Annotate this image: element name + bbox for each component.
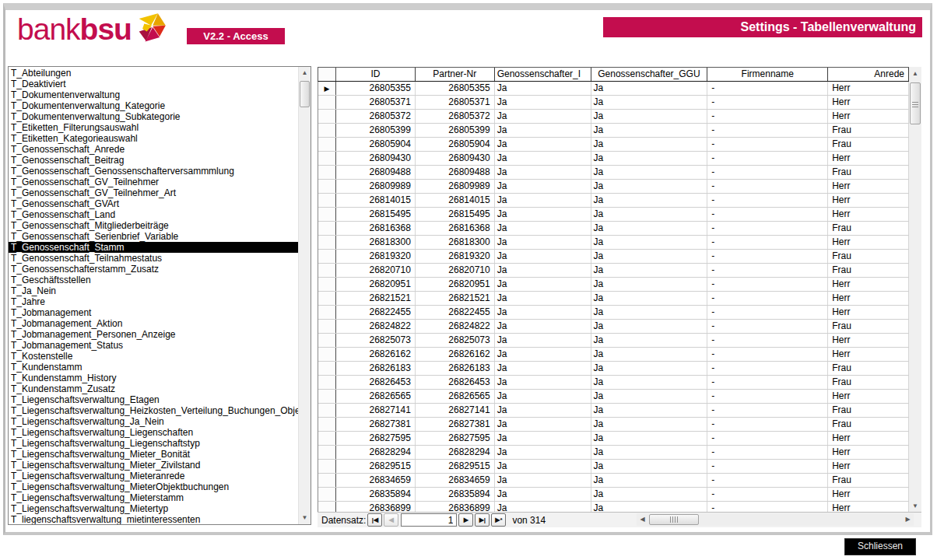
grid-cell[interactable]: -: [707, 110, 828, 123]
grid-cell[interactable]: 26828294: [416, 446, 495, 459]
table-list-item[interactable]: T_Dokumentenverwaltung_Subkategorie: [9, 111, 298, 122]
grid-cell[interactable]: Ja: [591, 124, 708, 137]
column-header[interactable]: Anrede: [828, 68, 909, 81]
grid-cell[interactable]: Ja: [495, 124, 591, 137]
table-list-item[interactable]: T_Genossenschaft_Stamm: [9, 242, 298, 253]
record-selector[interactable]: [318, 292, 336, 305]
grid-cell[interactable]: Ja: [495, 376, 591, 389]
grid-cell[interactable]: 26835894: [336, 488, 416, 501]
record-selector[interactable]: [318, 110, 336, 123]
table-list-item[interactable]: T_liegenschaftsverwaltung_mietinteressen…: [9, 514, 298, 524]
table-list-item[interactable]: T_Abteilungen: [9, 68, 298, 79]
grid-cell[interactable]: -: [707, 138, 828, 151]
grid-cell[interactable]: Ja: [591, 334, 708, 347]
grid-cell[interactable]: Frau: [828, 320, 909, 333]
grid-cell[interactable]: Herr: [828, 194, 909, 207]
record-selector[interactable]: [318, 166, 336, 179]
grid-cell[interactable]: 26821521: [416, 292, 495, 305]
table-list-item[interactable]: T_Kostenstelle: [9, 351, 298, 362]
table-list-item[interactable]: T_Genossenschaft_Beitrag: [9, 155, 298, 166]
grid-cell[interactable]: Ja: [495, 292, 591, 305]
record-selector[interactable]: [318, 348, 336, 361]
record-selector[interactable]: [318, 418, 336, 431]
grid-cell[interactable]: 26819320: [416, 250, 495, 263]
grid-cell[interactable]: Ja: [495, 138, 591, 151]
grid-cell[interactable]: Herr: [828, 502, 909, 513]
table-list-item[interactable]: T_Kundenstamm_Zusatz: [9, 383, 298, 394]
table-list-item[interactable]: T_Jobmanagement_Aktion: [9, 318, 298, 329]
grid-cell[interactable]: Herr: [828, 306, 909, 319]
grid-cell[interactable]: Frau: [828, 404, 909, 417]
grid-cell[interactable]: Ja: [495, 418, 591, 431]
record-selector[interactable]: [318, 222, 336, 235]
scroll-up-icon[interactable]: ▲: [299, 67, 311, 79]
grid-cell[interactable]: 26805372: [336, 110, 416, 123]
record-selector[interactable]: [318, 124, 336, 137]
grid-cell[interactable]: Frau: [828, 418, 909, 431]
grid-cell[interactable]: 26805399: [416, 124, 495, 137]
grid-cell[interactable]: 26809989: [336, 180, 416, 193]
grid-cell[interactable]: Ja: [495, 502, 591, 513]
grid-cell[interactable]: Frau: [828, 376, 909, 389]
table-list-item[interactable]: T_Genossenschaft_Genossenschafterversamm…: [9, 166, 298, 177]
grid-cell[interactable]: 26819320: [336, 250, 416, 263]
hscrollbar-thumb[interactable]: [649, 514, 699, 525]
grid-cell[interactable]: Ja: [591, 502, 708, 513]
grid-cell[interactable]: -: [707, 334, 828, 347]
table-list-item[interactable]: T_Liegenschaftsverwaltung_MieterObjektbu…: [9, 481, 298, 492]
grid-cell[interactable]: Ja: [495, 320, 591, 333]
grid-cell[interactable]: 26827141: [336, 404, 416, 417]
table-list-item[interactable]: T_Jobmanagement: [9, 307, 298, 318]
column-header[interactable]: Firmenname: [707, 68, 828, 81]
grid-cell[interactable]: -: [707, 446, 828, 459]
grid-cell[interactable]: -: [707, 194, 828, 207]
grid-cell[interactable]: 26805355: [336, 82, 416, 95]
grid-cell[interactable]: -: [707, 250, 828, 263]
grid-cell[interactable]: -: [707, 306, 828, 319]
column-header[interactable]: Partner-Nr: [416, 68, 495, 81]
grid-cell[interactable]: 26805904: [416, 138, 495, 151]
grid-cell[interactable]: 26805355: [416, 82, 495, 95]
grid-cell[interactable]: Ja: [495, 236, 591, 249]
record-selector[interactable]: [318, 236, 336, 249]
grid-cell[interactable]: Herr: [828, 152, 909, 165]
grid-cell[interactable]: 26809488: [336, 166, 416, 179]
grid-cell[interactable]: Herr: [828, 488, 909, 501]
grid-cell[interactable]: Ja: [591, 292, 708, 305]
grid-cell[interactable]: 26836899: [336, 502, 416, 513]
grid-cell[interactable]: Ja: [591, 96, 708, 109]
grid-cell[interactable]: 26825073: [336, 334, 416, 347]
grid-cell[interactable]: Ja: [495, 306, 591, 319]
grid-cell[interactable]: -: [707, 418, 828, 431]
table-list-item[interactable]: T_Liegenschaftsverwaltung_Mieter_Bonität: [9, 449, 298, 460]
table-list-item[interactable]: T_Genossenschaft_Mitgliederbeiträge: [9, 220, 298, 231]
grid-scrollbar-thumb[interactable]: [910, 82, 921, 124]
grid-cell[interactable]: Ja: [495, 390, 591, 403]
table-list-item[interactable]: T_Liegenschaftsverwaltung_Mieteranrede: [9, 471, 298, 481]
grid-cell[interactable]: -: [707, 376, 828, 389]
grid-cell[interactable]: Frau: [828, 264, 909, 277]
grid-cell[interactable]: 26826453: [336, 376, 416, 389]
grid-cell[interactable]: Frau: [828, 138, 909, 151]
grid-cell[interactable]: 26815495: [336, 208, 416, 221]
grid-cell[interactable]: Ja: [495, 278, 591, 291]
table-list-item[interactable]: T_Genossenschaft_Teilnahmestatus: [9, 253, 298, 264]
grid-cell[interactable]: -: [707, 180, 828, 193]
previous-record-button[interactable]: ◀: [384, 513, 398, 527]
scroll-right-icon[interactable]: ▶: [902, 513, 914, 526]
grid-cell[interactable]: Ja: [495, 348, 591, 361]
grid-cell[interactable]: 26836899: [416, 502, 495, 513]
grid-cell[interactable]: Ja: [591, 138, 708, 151]
grid-cell[interactable]: Ja: [495, 208, 591, 221]
table-list-item[interactable]: T_Liegenschaftsverwaltung_Mieterstamm: [9, 492, 298, 503]
record-selector[interactable]: [318, 446, 336, 459]
grid-cell[interactable]: -: [707, 124, 828, 137]
table-list-item[interactable]: T_Dokumentenverwaltung: [9, 89, 298, 100]
grid-cell[interactable]: Ja: [591, 474, 708, 487]
table-list-item[interactable]: T_Etiketten_Kategorieauswahl: [9, 133, 298, 144]
table-list-item[interactable]: T_Kundenstamm_History: [9, 373, 298, 383]
grid-cell[interactable]: Herr: [828, 460, 909, 473]
grid-cell[interactable]: -: [707, 474, 828, 487]
grid-cell[interactable]: -: [707, 96, 828, 109]
scroll-left-icon[interactable]: ◀: [637, 513, 648, 526]
